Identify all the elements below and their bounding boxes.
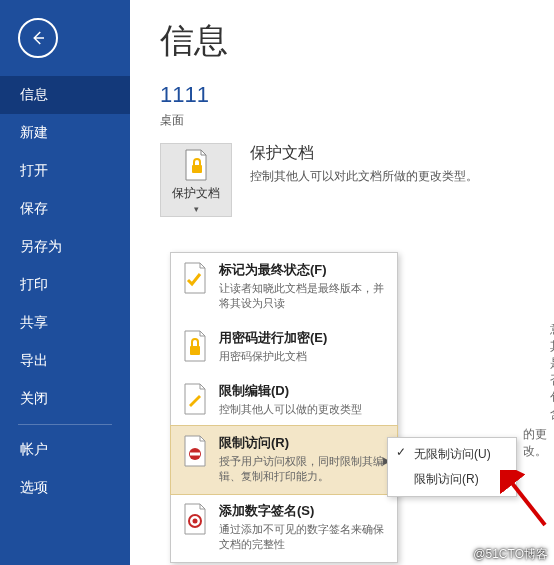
background-hint-2: 的更改。 bbox=[523, 426, 554, 460]
nav-open[interactable]: 打开 bbox=[0, 152, 130, 190]
submenu-unrestricted[interactable]: 无限制访问(U) bbox=[388, 442, 516, 467]
menu-restrict-access[interactable]: 限制访问(R)授予用户访问权限，同时限制其编辑、复制和打印能力。 ▶ bbox=[171, 426, 397, 494]
nav-options[interactable]: 选项 bbox=[0, 469, 130, 507]
nav-saveas[interactable]: 另存为 bbox=[0, 228, 130, 266]
menu-restrict-edit-desc: 控制其他人可以做的更改类型 bbox=[219, 402, 362, 417]
watermark: @51CTO博客 bbox=[473, 546, 548, 563]
menu-mark-final-desc: 让读者知晓此文档是最终版本，并将其设为只读 bbox=[219, 281, 387, 311]
page-title: 信息 bbox=[160, 18, 532, 64]
nav-new[interactable]: 新建 bbox=[0, 114, 130, 152]
menu-encrypt-desc: 用密码保护此文档 bbox=[219, 349, 327, 364]
backstage-sidebar: 信息 新建 打开 保存 另存为 打印 共享 导出 关闭 帐户 选项 bbox=[0, 0, 130, 565]
menu-restrict-access-title: 限制访问(R) bbox=[219, 434, 387, 452]
back-arrow-icon bbox=[29, 29, 47, 47]
nav-save[interactable]: 保存 bbox=[0, 190, 130, 228]
menu-restrict-edit-title: 限制编辑(D) bbox=[219, 382, 362, 400]
nav-close[interactable]: 关闭 bbox=[0, 380, 130, 418]
menu-digital-signature[interactable]: 添加数字签名(S)通过添加不可见的数字签名来确保文档的完整性 bbox=[171, 494, 397, 562]
document-location: 桌面 bbox=[160, 112, 532, 129]
menu-digital-signature-title: 添加数字签名(S) bbox=[219, 502, 387, 520]
annotation-arrow-icon bbox=[500, 470, 550, 530]
nav-export[interactable]: 导出 bbox=[0, 342, 130, 380]
protect-desc: 控制其他人可以对此文档所做的更改类型。 bbox=[250, 168, 478, 185]
submenu-restrict[interactable]: 限制访问(R) bbox=[388, 467, 516, 492]
dropdown-caret-icon: ▾ bbox=[194, 206, 199, 212]
final-icon bbox=[181, 261, 209, 295]
document-name: 1111 bbox=[160, 82, 532, 108]
svg-rect-0 bbox=[192, 165, 202, 173]
menu-encrypt[interactable]: 用密码进行加密(E)用密码保护此文档 bbox=[171, 321, 397, 374]
menu-mark-final-title: 标记为最终状态(F) bbox=[219, 261, 387, 279]
nav-share[interactable]: 共享 bbox=[0, 304, 130, 342]
nav-info[interactable]: 信息 bbox=[0, 76, 130, 114]
protect-document-button[interactable]: 保护文档 ▾ bbox=[160, 143, 232, 217]
restrict-access-submenu: 无限制访问(U) 限制访问(R) bbox=[387, 437, 517, 497]
encrypt-icon bbox=[181, 329, 209, 363]
nav-separator bbox=[18, 424, 112, 425]
nav-print[interactable]: 打印 bbox=[0, 266, 130, 304]
protect-button-label: 保护文档 bbox=[172, 185, 220, 202]
protect-dropdown: 标记为最终状态(F)让读者知晓此文档是最终版本，并将其设为只读 用密码进行加密(… bbox=[170, 252, 398, 563]
nav-account[interactable]: 帐户 bbox=[0, 431, 130, 469]
restrict-edit-icon bbox=[181, 382, 209, 416]
menu-digital-signature-desc: 通过添加不可见的数字签名来确保文档的完整性 bbox=[219, 522, 387, 552]
menu-encrypt-title: 用密码进行加密(E) bbox=[219, 329, 327, 347]
back-button[interactable] bbox=[18, 18, 58, 58]
menu-restrict-access-desc: 授予用户访问权限，同时限制其编辑、复制和打印能力。 bbox=[219, 454, 387, 484]
menu-mark-final[interactable]: 标记为最终状态(F)让读者知晓此文档是最终版本，并将其设为只读 bbox=[171, 253, 397, 321]
background-hint-1: 意其是否包含: bbox=[550, 321, 554, 423]
svg-rect-3 bbox=[190, 453, 200, 456]
protect-title: 保护文档 bbox=[250, 143, 478, 164]
signature-icon bbox=[181, 502, 209, 536]
lock-document-icon bbox=[183, 149, 209, 181]
protect-info: 保护文档 控制其他人可以对此文档所做的更改类型。 bbox=[250, 143, 478, 185]
menu-restrict-edit[interactable]: 限制编辑(D)控制其他人可以做的更改类型 bbox=[171, 374, 397, 427]
svg-rect-1 bbox=[190, 346, 200, 355]
svg-point-5 bbox=[193, 519, 198, 524]
restrict-access-icon bbox=[181, 434, 209, 468]
